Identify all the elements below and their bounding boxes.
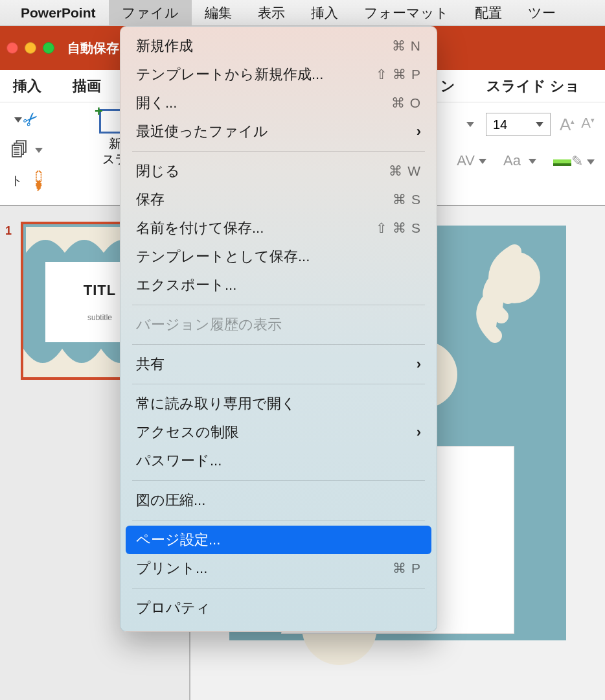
copy-icon[interactable]: 🗐 <box>10 139 29 161</box>
ribbon-tab-draw[interactable]: 描画 <box>73 76 101 96</box>
file-menu-open-readonly[interactable]: 常に読み取り専用で開く <box>120 390 437 418</box>
window-maximize-button[interactable] <box>43 42 54 54</box>
cut-icon[interactable]: ✂ <box>18 107 44 133</box>
menu-format[interactable]: フォーマット <box>351 0 462 26</box>
change-case-icon[interactable]: Aa <box>503 152 536 169</box>
shortcut-text: ⌘ N <box>392 38 421 54</box>
window-minimize-button[interactable] <box>25 42 36 54</box>
svg-point-1 <box>488 251 540 303</box>
ribbon-tab-slideshow-partial[interactable]: スライド ショ <box>486 76 580 96</box>
file-menu-restrict-access[interactable]: アクセスの制限 › <box>120 418 437 447</box>
file-menu-save-as[interactable]: 名前を付けて保存... ⇧ ⌘ S <box>120 214 437 242</box>
font-size-value: 14 <box>493 117 507 132</box>
system-menubar: PowerPoint ファイル 編集 表示 挿入 フォーマット 配置 ツー <box>0 0 605 26</box>
font-secondary-row: AV Aa ✎ <box>457 152 595 170</box>
submenu-arrow-icon: › <box>417 123 421 140</box>
window-controls <box>6 42 67 54</box>
file-menu-new[interactable]: 新規作成 ⌘ N <box>120 32 437 60</box>
file-menu-new-from-template[interactable]: テンプレートから新規作成... ⇧ ⌘ P <box>120 60 437 89</box>
file-menu-recent[interactable]: 最近使ったファイル › <box>120 117 437 146</box>
file-menu-version-history: バージョン履歴の表示 <box>120 310 437 339</box>
menu-view[interactable]: 表示 <box>245 0 298 26</box>
file-menu-page-setup[interactable]: ページ設定... <box>126 526 431 554</box>
copy-dropdown-icon[interactable] <box>35 148 43 153</box>
font-size-dropdown[interactable]: 14 <box>486 113 551 136</box>
highlighter-icon[interactable]: ✎ <box>553 152 595 170</box>
autosave-label: 自動保存 <box>67 40 119 57</box>
menu-separator <box>132 305 425 305</box>
file-menu-export[interactable]: エクスポート... <box>120 271 437 299</box>
menu-separator <box>132 480 425 481</box>
format-painter-icon[interactable]: 🖌 <box>24 167 52 194</box>
menu-separator <box>132 344 425 345</box>
file-menu-save-as-template[interactable]: テンプレートとして保存... <box>120 242 437 271</box>
file-menu-password[interactable]: パスワード... <box>120 447 437 475</box>
file-menu-print[interactable]: プリント... ⌘ P <box>120 554 437 583</box>
file-menu-properties[interactable]: プロパティ <box>120 594 437 622</box>
ribbon-tab-insert[interactable]: 挿入 <box>13 76 41 96</box>
menu-arrange[interactable]: 配置 <box>462 0 515 26</box>
font-shrink-icon[interactable]: A▾ <box>581 115 595 135</box>
menu-file[interactable]: ファイル <box>109 0 192 26</box>
slide-thumb-number: 1 <box>5 224 12 238</box>
menu-tools-truncated[interactable]: ツー <box>515 0 569 26</box>
menu-separator <box>132 384 425 384</box>
font-grow-icon[interactable]: A▴ <box>560 115 575 135</box>
file-menu-save[interactable]: 保存 ⌘ S <box>120 185 437 214</box>
paste-label-partial: ト <box>10 172 23 189</box>
submenu-arrow-icon: › <box>417 424 421 441</box>
menu-separator <box>132 588 425 589</box>
menu-insert[interactable]: 挿入 <box>298 0 351 26</box>
submenu-arrow-icon: › <box>417 356 421 373</box>
slide-subtitle-text: subtitle <box>87 313 112 322</box>
file-menu-compress-pictures[interactable]: 図の圧縮... <box>120 486 437 515</box>
slide-title-text: TITL <box>84 282 116 299</box>
font-controls: 14 A▴ A▾ <box>462 113 595 136</box>
app-name: PowerPoint <box>0 5 109 21</box>
file-menu-close[interactable]: 閉じる ⌘ W <box>120 157 437 185</box>
font-grow-shrink: A▴ A▾ <box>560 115 595 135</box>
file-menu-share[interactable]: 共有 › <box>120 350 437 379</box>
font-face-dropdown-icon[interactable] <box>466 122 474 127</box>
file-menu-dropdown: 新規作成 ⌘ N テンプレートから新規作成... ⇧ ⌘ P 開く... ⌘ O… <box>120 26 437 632</box>
menu-edit[interactable]: 編集 <box>192 0 245 26</box>
menu-separator <box>132 151 425 152</box>
window-close-button[interactable] <box>6 42 18 54</box>
menu-separator <box>132 520 425 520</box>
file-menu-open[interactable]: 開く... ⌘ O <box>120 89 437 117</box>
character-spacing-icon[interactable]: AV <box>457 152 486 169</box>
